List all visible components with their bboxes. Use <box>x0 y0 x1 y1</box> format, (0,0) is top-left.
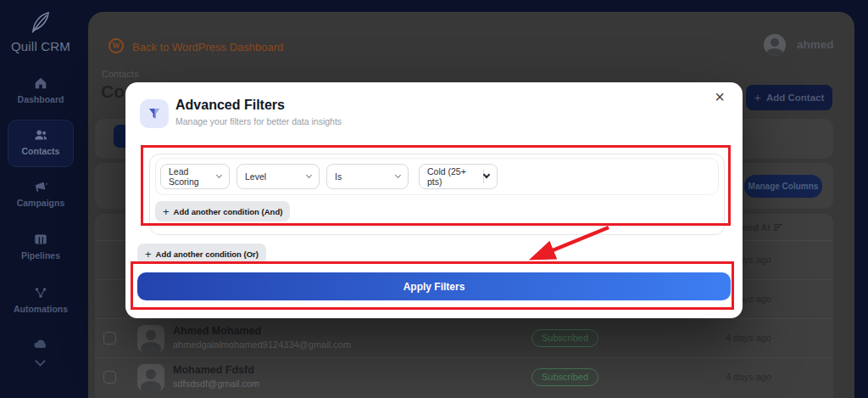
user-avatar[interactable] <box>764 34 786 56</box>
avatar-person-icon <box>146 369 156 379</box>
avatar-person-icon <box>766 48 783 56</box>
avatar-person-icon <box>141 342 161 352</box>
user-name: ahmed <box>797 38 834 51</box>
sidebar-item-campaigns[interactable]: Campaigns <box>0 179 81 208</box>
contact-name[interactable]: Mohamed Fdsfd <box>173 364 254 376</box>
add-contact-button[interactable]: + Add Contact <box>746 85 832 110</box>
modal-title: Advanced Filters <box>175 98 285 113</box>
home-icon <box>33 76 48 91</box>
contact-name[interactable]: Ahmed Mohamed <box>173 325 261 337</box>
avatar-person-icon <box>146 330 156 340</box>
annotation-arrow <box>509 219 619 270</box>
sidebar: Quill CRM Dashboard Contacts Campaigns P… <box>0 0 81 398</box>
kanban-icon <box>33 232 48 247</box>
quill-feather-logo-icon <box>0 8 81 41</box>
annotation-rect-conditions <box>141 145 731 226</box>
sidebar-item-label: Campaigns <box>0 198 81 208</box>
status-badge: Subscribed <box>531 329 598 347</box>
table-row: Mohamed Fdsfd sdfsdsdf@gmail.com Subscri… <box>95 358 833 398</box>
created-at-value: 4 days ago <box>726 333 771 343</box>
breadcrumb: Contacts <box>102 69 138 79</box>
avatar-person-icon <box>771 38 779 47</box>
table-row: Ahmed Mohamed ahmedgalalmohamed9124334@g… <box>95 319 833 358</box>
sidebar-item-label: Dashboard <box>0 94 81 104</box>
sort-icon <box>774 223 782 233</box>
contact-avatar <box>137 325 164 352</box>
contact-avatar <box>137 364 164 391</box>
add-contact-label: Add Contact <box>766 92 824 103</box>
add-or-label: Add another condition (Or) <box>156 249 259 259</box>
sidebar-item-label: Automations <box>0 304 81 314</box>
manage-columns-label: Manage Columns <box>748 182 819 191</box>
close-icon[interactable]: × <box>709 86 731 108</box>
sidebar-item-pipelines[interactable]: Pipelines <box>0 232 81 261</box>
created-at-value: 4 days ago <box>726 372 771 382</box>
status-badge: Subscribed <box>531 368 598 386</box>
modal-subtitle: Manage your filters for better data insi… <box>175 116 342 126</box>
app-title: Quill CRM <box>0 39 81 53</box>
plus-icon: + <box>145 248 152 261</box>
cloud-icon <box>0 338 81 353</box>
contact-email: sdfsdsdf@gmail.com <box>173 378 259 389</box>
annotation-rect-apply <box>131 261 734 310</box>
sidebar-item-automations[interactable]: Automations <box>0 285 81 314</box>
wordpress-icon: W <box>108 38 124 53</box>
sidebar-item-label: Contacts <box>0 146 81 156</box>
back-to-wordpress-link[interactable]: Back to WordPress Dashboard <box>132 41 283 53</box>
users-icon <box>33 127 48 143</box>
manage-columns-button[interactable]: Manage Columns <box>744 175 822 198</box>
funnel-icon <box>147 107 161 121</box>
row-checkbox[interactable] <box>103 332 116 345</box>
megaphone-icon <box>33 179 48 194</box>
avatar-person-icon <box>141 381 161 391</box>
chevron-down-icon[interactable] <box>35 356 46 367</box>
sidebar-item-contacts[interactable]: Contacts <box>0 127 81 156</box>
branch-icon <box>33 285 48 300</box>
plus-icon: + <box>754 91 761 104</box>
contact-email: ahmedgalalmohamed9124334@gmail.com <box>173 339 351 350</box>
sidebar-item-label: Pipelines <box>0 250 81 261</box>
row-checkbox[interactable] <box>103 371 116 384</box>
filter-icon-tile <box>140 99 169 128</box>
sidebar-item-dashboard[interactable]: Dashboard <box>0 76 81 104</box>
